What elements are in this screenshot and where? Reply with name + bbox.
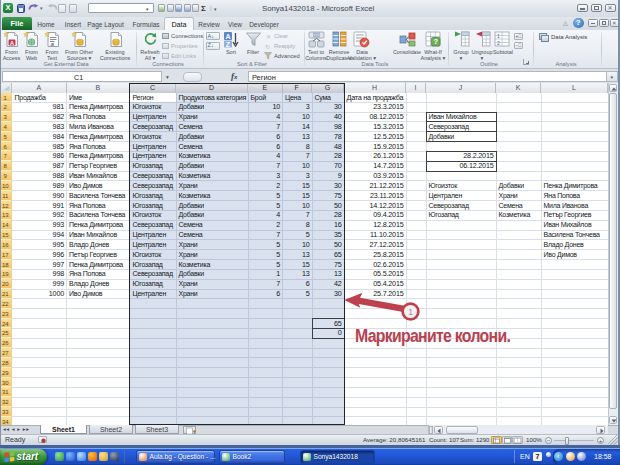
svg-text:A: A xyxy=(10,40,14,46)
svg-text:A: A xyxy=(225,33,230,40)
svg-text:Z: Z xyxy=(226,41,231,48)
svg-text:1: 1 xyxy=(497,33,500,39)
svg-text:2: 2 xyxy=(497,40,500,46)
svg-text:?: ? xyxy=(433,37,438,46)
svg-text:1: 1 xyxy=(408,307,413,317)
